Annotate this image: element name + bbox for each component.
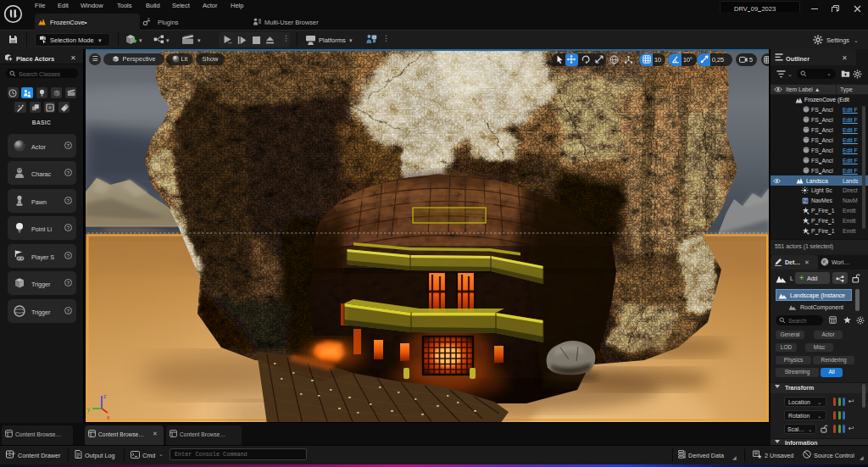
svg-text:y: y [87, 406, 91, 413]
svg-text:x: x [107, 414, 110, 420]
svg-text:z: z [103, 393, 107, 399]
